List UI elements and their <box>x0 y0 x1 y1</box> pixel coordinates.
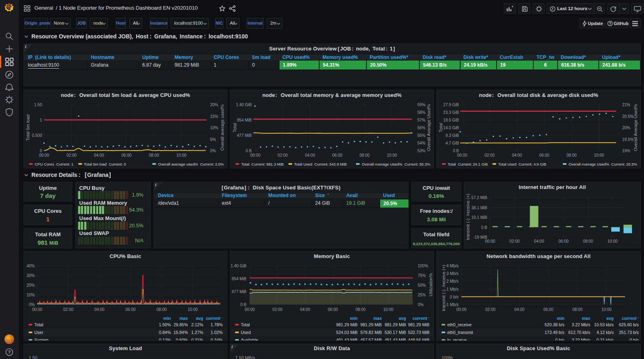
svg-text:06:00: 06:00 <box>125 307 135 312</box>
svg-text:04:00: 04:00 <box>514 307 524 312</box>
svg-text:-1 Mb/s: -1 Mb/s <box>445 302 459 307</box>
svg-text:04:00: 04:00 <box>94 153 104 157</box>
svg-text:27.9 GiB: 27.9 GiB <box>443 103 459 107</box>
svg-text:?: ? <box>8 350 11 355</box>
svg-text:19.1 MiB: 19.1 MiB <box>471 215 488 220</box>
svg-text:00:00: 00:00 <box>456 307 466 312</box>
svg-text:4 Mb/s: 4 Mb/s <box>446 264 459 268</box>
svg-text:1.40 GiB: 1.40 GiB <box>236 103 252 107</box>
svg-text:08:00: 08:00 <box>360 153 370 157</box>
svg-text:10:00: 10:00 <box>601 307 611 312</box>
svg-text:0 b/s: 0 b/s <box>450 295 459 299</box>
svg-text:02:00: 02:00 <box>485 307 495 312</box>
svg-text:08:00: 08:00 <box>149 153 159 157</box>
svg-text:1.40 GiB: 1.40 GiB <box>231 264 246 268</box>
svg-text:25%: 25% <box>418 293 426 297</box>
svg-text:08:00: 08:00 <box>583 239 593 244</box>
svg-text:00:00: 00:00 <box>485 239 495 244</box>
svg-text:10:00: 10:00 <box>607 239 617 244</box>
svg-text:21%: 21% <box>622 103 630 107</box>
svg-text:50%: 50% <box>418 283 426 288</box>
svg-text:00:00: 00:00 <box>39 153 49 157</box>
svg-text:1.50: 1.50 <box>34 103 42 107</box>
svg-text:4.7 GiB: 4.7 GiB <box>446 141 459 145</box>
svg-text:10:00: 10:00 <box>176 153 186 157</box>
svg-text:10:00: 10:00 <box>187 307 198 312</box>
svg-text:08:00: 08:00 <box>156 307 166 312</box>
svg-text:06:00: 06:00 <box>543 307 554 312</box>
svg-text:06:00: 06:00 <box>558 239 568 244</box>
svg-text:14.0 GiB: 14.0 GiB <box>443 126 459 130</box>
svg-text:20%: 20% <box>622 126 630 130</box>
svg-text:10:00: 10:00 <box>383 307 393 312</box>
svg-text:40%: 40% <box>27 264 35 268</box>
svg-text:04:00: 04:00 <box>300 307 310 312</box>
svg-text:0%: 0% <box>210 149 216 153</box>
svg-text:04:00: 04:00 <box>305 153 315 157</box>
svg-text:06:00: 06:00 <box>121 153 131 157</box>
svg-text:0%: 0% <box>29 302 35 307</box>
svg-text:02:00: 02:00 <box>509 239 520 244</box>
svg-text:06:00: 06:00 <box>539 153 549 157</box>
svg-text:19%: 19% <box>622 149 630 153</box>
svg-text:100%: 100% <box>418 264 428 268</box>
svg-text:38.1 MiB: 38.1 MiB <box>471 206 488 210</box>
svg-text:20%: 20% <box>27 283 35 288</box>
svg-text:0%: 0% <box>418 302 424 307</box>
svg-text:04:00: 04:00 <box>534 239 544 244</box>
svg-text:08:00: 08:00 <box>566 153 577 157</box>
svg-text:54%: 54% <box>417 141 425 145</box>
svg-text:15%: 15% <box>210 114 218 119</box>
svg-text:30%: 30% <box>27 273 35 278</box>
svg-text:477 MiB: 477 MiB <box>237 133 252 138</box>
svg-text:23.3 GiB: 23.3 GiB <box>443 110 459 115</box>
svg-text:00:00: 00:00 <box>244 307 255 312</box>
svg-text:00:00: 00:00 <box>250 153 260 157</box>
svg-text:04:00: 04:00 <box>94 307 104 312</box>
svg-text:18.6 GiB: 18.6 GiB <box>443 118 459 122</box>
svg-text:02:00: 02:00 <box>272 307 282 312</box>
svg-text:10:00: 10:00 <box>387 153 397 157</box>
svg-text:3 Mb/s: 3 Mb/s <box>446 271 459 276</box>
svg-text:53%: 53% <box>417 149 425 153</box>
svg-text:954 MiB: 954 MiB <box>237 118 252 122</box>
svg-text:55%: 55% <box>417 133 425 138</box>
svg-text:0 B: 0 B <box>240 302 246 307</box>
svg-text:02:00: 02:00 <box>484 153 495 157</box>
svg-text:0 B: 0 B <box>246 149 252 153</box>
svg-text:0.500: 0.500 <box>32 133 42 138</box>
svg-text:00:00: 00:00 <box>457 153 467 157</box>
svg-text:10%: 10% <box>210 126 218 130</box>
svg-text:20.5%: 20.5% <box>622 114 633 119</box>
svg-text:00:00: 00:00 <box>32 307 42 312</box>
svg-text:02:00: 02:00 <box>66 153 76 157</box>
svg-text:59%: 59% <box>417 103 425 107</box>
svg-text:58%: 58% <box>417 110 425 115</box>
svg-text:08:00: 08:00 <box>572 307 583 312</box>
svg-text:56%: 56% <box>417 126 425 130</box>
svg-text:57%: 57% <box>417 118 425 122</box>
svg-text:06:00: 06:00 <box>328 307 338 312</box>
svg-text:477 MiB: 477 MiB <box>232 290 246 294</box>
svg-text:19.5%: 19.5% <box>622 137 633 142</box>
svg-text:10:00: 10:00 <box>594 153 604 157</box>
svg-text:02:00: 02:00 <box>278 153 288 157</box>
svg-text:10%: 10% <box>27 293 35 297</box>
svg-text:954 MiB: 954 MiB <box>232 277 246 281</box>
svg-text:0 B: 0 B <box>453 149 459 153</box>
svg-text:9.3 GiB: 9.3 GiB <box>446 133 459 138</box>
svg-text:04:00: 04:00 <box>512 153 522 157</box>
svg-text:57.2 MiB: 57.2 MiB <box>471 195 488 200</box>
svg-text:1 Mb/s: 1 Mb/s <box>446 287 459 292</box>
svg-text:06:00: 06:00 <box>332 153 342 157</box>
svg-text:02:00: 02:00 <box>63 307 73 312</box>
svg-text:5%: 5% <box>210 137 216 142</box>
svg-text:0: 0 <box>40 149 42 153</box>
svg-text:75%: 75% <box>418 273 426 278</box>
svg-text:1: 1 <box>40 118 42 122</box>
svg-text:20%: 20% <box>210 103 218 107</box>
svg-text:2 Mb/s: 2 Mb/s <box>446 279 459 283</box>
svg-text:08:00: 08:00 <box>356 307 366 312</box>
svg-text:0 B: 0 B <box>481 225 487 230</box>
